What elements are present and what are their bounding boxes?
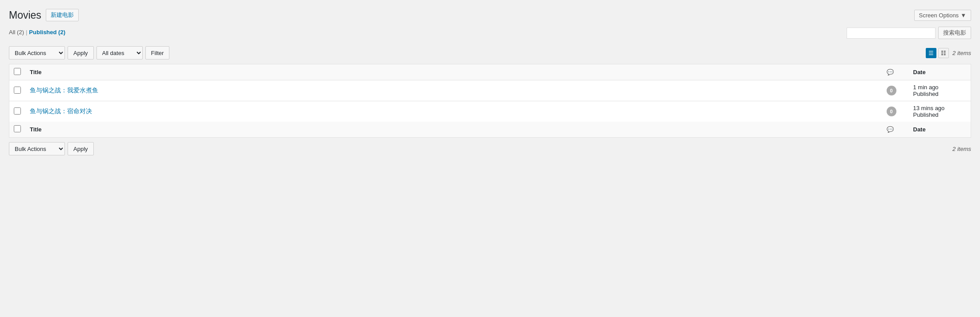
chevron-down-icon: ▼ [960,12,966,19]
col-checkbox-header [9,64,26,80]
view-icons: ☰ ☷ [926,48,949,58]
movie-title-link-1[interactable]: 鱼与锅之战：宿命对决 [30,107,92,115]
date-status-1: Published [913,111,967,118]
dates-select[interactable]: All dates [96,46,143,59]
screen-options-button[interactable]: Screen Options ▼ [914,10,971,21]
bulk-actions-select-top[interactable]: Bulk Actions [9,46,65,59]
movies-table: Title 💬 Date 鱼与锅之战：我爱水煮鱼 0 1 min ago Pub… [9,64,971,138]
filter-links: All (2) | Published (2) [9,29,65,36]
comment-count-0: 0 [887,86,896,95]
col-checkbox-footer [9,122,26,138]
filter-published-link[interactable]: Published (2) [29,29,65,36]
items-count-top: 2 items [952,50,971,56]
col-comments-footer: 💬 [882,122,909,138]
top-tablenav: Bulk Actions Apply All dates Filter ☰ ☷ … [9,44,971,61]
add-new-button[interactable]: 新建电影 [46,9,79,21]
list-view-button[interactable]: ☰ [926,48,936,58]
items-count-bottom: 2 items [952,146,971,152]
table-body: 鱼与锅之战：我爱水煮鱼 0 1 min ago Published 鱼与锅之战：… [9,80,971,122]
bottom-tablenav: Bulk Actions Apply 2 items [9,140,971,157]
search-area: 搜索电影 [847,27,971,39]
filter-button[interactable]: Filter [145,46,170,59]
table-row: 鱼与锅之战：我爱水煮鱼 0 1 min ago Published [9,80,971,101]
select-all-checkbox-top[interactable] [14,68,21,75]
row-comments-cell: 0 [882,80,909,101]
col-title-footer: Title [25,122,882,138]
tablenav-right: ☰ ☷ 2 items [926,48,971,58]
search-button[interactable]: 搜索电影 [938,27,971,39]
col-title-header: Title [25,64,882,80]
separator: | [26,29,27,36]
select-all-checkbox-bottom[interactable] [14,125,21,132]
comment-icon: 💬 [887,69,894,75]
col-date-footer: Date [909,122,971,138]
tablenav-left: Bulk Actions Apply All dates Filter [9,46,169,59]
grid-view-button[interactable]: ☷ [938,48,949,58]
row-checkbox-cell [9,80,26,101]
grid-view-icon: ☷ [941,50,946,56]
row-title-cell: 鱼与锅之战：我爱水煮鱼 [25,80,882,101]
table-header-row: Title 💬 Date [9,64,971,80]
row-comments-cell: 0 [882,101,909,122]
comment-count-1: 0 [887,107,896,116]
movie-title-link-0[interactable]: 鱼与锅之战：我爱水煮鱼 [30,87,98,94]
row-checkbox-cell [9,101,26,122]
apply-button-bottom[interactable]: Apply [68,142,94,155]
date-line1-0: 1 min ago [913,84,967,91]
page-title: Movies [9,9,41,21]
row-checkbox-1[interactable] [14,107,21,115]
search-input[interactable] [847,28,936,39]
col-date-header: Date [909,64,971,80]
apply-button-top[interactable]: Apply [68,46,94,59]
row-title-cell: 鱼与锅之战：宿命对决 [25,101,882,122]
page-header: Movies 新建电影 Screen Options ▼ [9,9,971,21]
bulk-actions-select-bottom[interactable]: Bulk Actions [9,142,65,155]
date-line1-1: 13 mins ago [913,105,967,111]
date-status-0: Published [913,91,967,97]
table-row: 鱼与锅之战：宿命对决 0 13 mins ago Published [9,101,971,122]
list-view-icon: ☰ [928,50,934,56]
bottom-tablenav-left: Bulk Actions Apply [9,142,94,155]
comment-icon-footer: 💬 [887,126,894,133]
row-date-cell: 1 min ago Published [909,80,971,101]
col-comments-header: 💬 [882,64,909,80]
filter-all-link[interactable]: All (2) [9,29,24,36]
row-checkbox-0[interactable] [14,87,21,94]
row-date-cell: 13 mins ago Published [909,101,971,122]
page-title-area: Movies 新建电影 [9,9,79,21]
table-footer-row: Title 💬 Date [9,122,971,138]
